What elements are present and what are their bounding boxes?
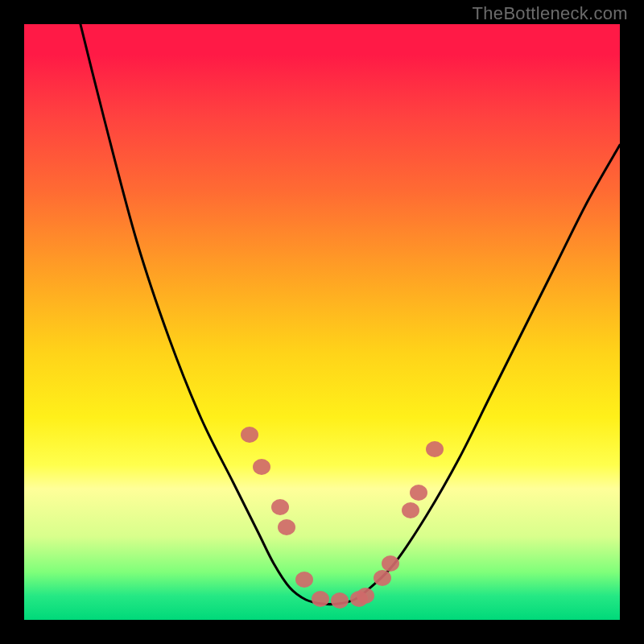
- curve-dot: [312, 591, 329, 607]
- watermark-text: TheBottleneck.com: [473, 3, 628, 24]
- curve-dot: [410, 485, 427, 501]
- curve-dot: [331, 592, 349, 609]
- curve-dot: [271, 499, 289, 515]
- bottleneck-curve: [72, 24, 620, 605]
- curve-dot: [241, 427, 258, 443]
- curve-dot: [426, 441, 444, 457]
- chart-svg: [24, 24, 620, 620]
- curve-dot: [295, 572, 313, 588]
- curve-dots: [241, 427, 444, 609]
- curve-dot: [357, 588, 374, 604]
- curve-dot: [402, 502, 419, 518]
- outer-frame: TheBottleneck.com: [0, 0, 644, 644]
- plot-area: [24, 24, 620, 620]
- curve-dot: [374, 570, 391, 586]
- curve-dot: [253, 459, 270, 475]
- curve-dot: [278, 519, 295, 535]
- curve-dot: [382, 555, 399, 572]
